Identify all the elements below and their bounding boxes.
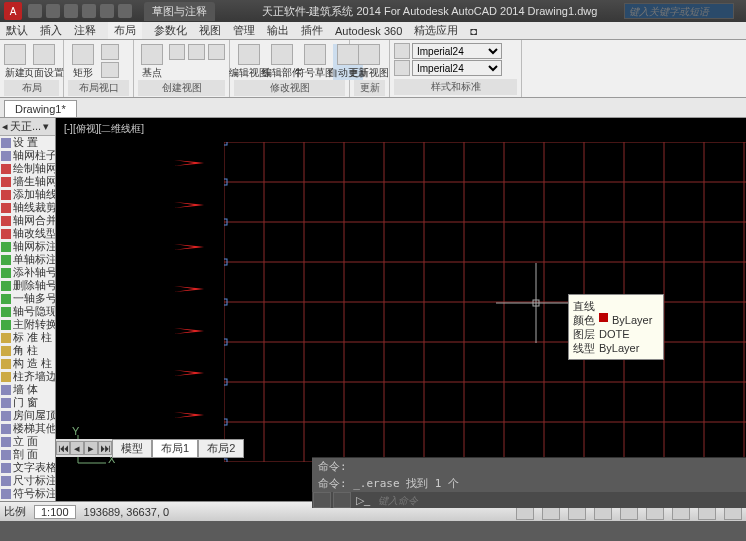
workspace-tab[interactable]: 草图与注释	[144, 2, 215, 21]
lock-icon[interactable]	[101, 62, 119, 78]
sidebar-item[interactable]: 柱齐墙边	[0, 370, 55, 383]
tab-default[interactable]: 默认	[6, 23, 28, 38]
sidebar-item-icon	[1, 151, 11, 161]
tab-featured[interactable]: 精选应用	[414, 23, 458, 38]
tab-insert[interactable]: 插入	[40, 23, 62, 38]
app-logo[interactable]: A	[4, 2, 22, 20]
symbol-sketch-button[interactable]: 符号草图	[300, 44, 330, 80]
sidebar-item[interactable]: 添补轴号	[0, 266, 55, 279]
edit-comp-button[interactable]: 编辑部件	[267, 44, 297, 80]
sidebar-title[interactable]: ◂天正...▾	[0, 118, 55, 136]
sidebar-item-label: 轴网柱子	[13, 149, 56, 162]
sidebar-item[interactable]: 轴线裁剪	[0, 201, 55, 214]
layout-prev-icon[interactable]: ◂	[70, 441, 84, 455]
tab-output[interactable]: 输出	[267, 23, 289, 38]
sidebar-item[interactable]: 绘制轴网	[0, 162, 55, 175]
model-tab[interactable]: 模型	[112, 439, 152, 458]
sidebar-item[interactable]: 文字表格	[0, 461, 55, 474]
tab-annotate[interactable]: 注释	[74, 23, 96, 38]
sidebar-item-icon	[1, 450, 11, 460]
projected-icon[interactable]	[169, 44, 186, 60]
clip-icon[interactable]	[101, 44, 119, 60]
sidebar-item[interactable]: 构 造 柱	[0, 357, 55, 370]
sidebar-item-label: 门 窗	[13, 396, 38, 409]
sidebar-item[interactable]: 标 准 柱	[0, 331, 55, 344]
layout1-tab[interactable]: 布局1	[152, 439, 198, 458]
tab-a360[interactable]: Autodesk 360	[335, 25, 402, 37]
sidebar-item[interactable]: 轴号隐现	[0, 305, 55, 318]
style1-icon[interactable]	[394, 43, 410, 59]
sidebar-item[interactable]: 轴网标注	[0, 240, 55, 253]
sidebar-item[interactable]: 立 面	[0, 435, 55, 448]
style1-select[interactable]: Imperial24	[412, 43, 502, 59]
panel-update-label: 更新	[354, 80, 385, 96]
sidebar-item-label: 图层控制	[13, 500, 56, 501]
sidebar-item[interactable]: 房间屋顶	[0, 409, 55, 422]
rect-viewport-button[interactable]: 矩形	[68, 44, 98, 80]
sidebar-item-icon	[1, 255, 11, 265]
sidebar-item-label: 设 置	[13, 136, 38, 149]
sidebar-item[interactable]: 单轴标注	[0, 253, 55, 266]
sidebar-item-icon	[1, 463, 11, 473]
sidebar-item[interactable]: 墙 体	[0, 383, 55, 396]
sidebar-item[interactable]: 一轴多号	[0, 292, 55, 305]
sidebar-item[interactable]: 门 窗	[0, 396, 55, 409]
sidebar-item[interactable]: 符号标注	[0, 487, 55, 500]
sidebar-item[interactable]: 轴网合并	[0, 214, 55, 227]
drawing-canvas[interactable]: [-][俯视][二维线框] 直线 颜色ByLayer 图层DOTE 线型ByLa…	[56, 118, 746, 501]
cmd-config-icon[interactable]	[333, 492, 351, 508]
sidebar-item[interactable]: 尺寸标注	[0, 474, 55, 487]
tab-view[interactable]: 视图	[199, 23, 221, 38]
sidebar-item[interactable]: 添加轴线	[0, 188, 55, 201]
sidebar-item[interactable]: 角 柱	[0, 344, 55, 357]
qat-undo-icon[interactable]	[82, 4, 96, 18]
command-input[interactable]	[374, 495, 746, 506]
layout-first-icon[interactable]: ⏮	[56, 441, 70, 455]
sidebar-item[interactable]: 主附转换	[0, 318, 55, 331]
section-icon[interactable]	[188, 44, 205, 60]
tab-manage[interactable]: 管理	[233, 23, 255, 38]
style2-icon[interactable]	[394, 60, 410, 76]
qat-print-icon[interactable]	[118, 4, 132, 18]
cmd-close-icon[interactable]	[313, 492, 331, 508]
sidebar-item[interactable]: 轴网柱子	[0, 149, 55, 162]
help-search-input[interactable]	[624, 3, 734, 19]
style2-select[interactable]: Imperial24	[412, 60, 502, 76]
qat-save-icon[interactable]	[64, 4, 78, 18]
sidebar-item[interactable]: 图层控制	[0, 500, 55, 501]
quick-access-toolbar	[28, 4, 132, 18]
sidebar-item-label: 删除轴号	[13, 279, 56, 292]
tab-plugins[interactable]: 插件	[301, 23, 323, 38]
qat-redo-icon[interactable]	[100, 4, 114, 18]
sidebar-item[interactable]: 墙生轴网	[0, 175, 55, 188]
sidebar-item[interactable]: 楼梯其他	[0, 422, 55, 435]
qat-new-icon[interactable]	[28, 4, 42, 18]
base-button[interactable]: 基点	[138, 44, 166, 80]
sidebar-item[interactable]: 轴改线型	[0, 227, 55, 240]
page-setup-button[interactable]: 页面设置	[29, 44, 59, 80]
sidebar-item[interactable]: 设 置	[0, 136, 55, 149]
new-layout-button[interactable]: 新建	[4, 44, 26, 80]
qat-open-icon[interactable]	[46, 4, 60, 18]
layout-next-icon[interactable]: ▸	[84, 441, 98, 455]
tab-parametric[interactable]: 参数化	[154, 23, 187, 38]
sidebar-item-icon	[1, 294, 11, 304]
sidebar-item[interactable]: 删除轴号	[0, 279, 55, 292]
update-view-button[interactable]: 更新视图	[354, 44, 384, 80]
sidebar-item-label: 符号标注	[13, 487, 56, 500]
sidebar-item-icon	[1, 320, 11, 330]
document-tab[interactable]: Drawing1*	[4, 100, 77, 117]
tab-expand-icon[interactable]: ◘	[470, 25, 477, 37]
layout2-tab[interactable]: 布局2	[198, 439, 244, 458]
coordinates: 193689, 36637, 0	[84, 506, 170, 518]
sidebar-item-label: 角 柱	[13, 344, 38, 357]
viewport-label[interactable]: [-][俯视][二维线框]	[64, 122, 144, 136]
command-history-2: 命令: _.erase 找到 1 个	[312, 475, 746, 492]
sidebar-item[interactable]: 剖 面	[0, 448, 55, 461]
scale-value[interactable]: 1:100	[34, 505, 76, 519]
layout-last-icon[interactable]: ⏭	[98, 441, 112, 455]
tab-layout[interactable]: 布局	[108, 22, 142, 39]
sidebar-item-icon	[1, 359, 11, 369]
edit-view-button[interactable]: 编辑视图	[234, 44, 264, 80]
detail-icon[interactable]	[208, 44, 225, 60]
